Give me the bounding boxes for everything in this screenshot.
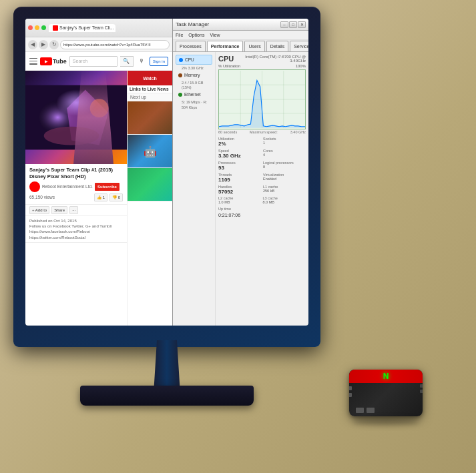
hamburger-menu-icon[interactable] (29, 58, 37, 65)
monitor-stand-base (80, 386, 254, 406)
sidebar-item-cpu[interactable]: CPU (176, 55, 212, 65)
taskmanager-content: CPU 2% 3.30 GHz Memory 2.4 / 15.9 GB (15… (173, 52, 308, 326)
channel-avatar (29, 181, 40, 192)
youtube-logo-icon (40, 57, 52, 65)
links-header: Links to Live News (128, 85, 172, 93)
maximize-window-icon[interactable] (41, 25, 46, 30)
menu-file[interactable]: File (176, 33, 183, 37)
video-info: Sanjay's Super Team Clip #1 (2015) Disne… (25, 164, 127, 205)
browser-tab[interactable]: Sanjay's Super Team Cli... (49, 24, 115, 32)
sidebar-item-ethernet[interactable]: Ethernet (176, 90, 212, 99)
video-title: Sanjay's Super Team Clip #1 (2015) Disne… (29, 167, 123, 180)
maximize-button[interactable]: □ (289, 21, 297, 28)
related-video-3[interactable] (128, 168, 172, 201)
stat-l1cache: L1 cache 256 kB (263, 185, 306, 195)
stat-threads: Threads 1109 (218, 173, 261, 183)
video-thumbnail (25, 71, 127, 164)
chrome-toolbar: ◀ ▶ ↻ https://www.youtube.com/watch?v=1p… (25, 37, 172, 52)
stat-handles: Handles 57092 (218, 185, 261, 195)
address-text: https://www.youtube.com/watch?v=1p4Rua75… (63, 43, 151, 47)
close-button[interactable]: ✕ (298, 21, 306, 28)
ethernet-indicator (178, 93, 182, 97)
share-button[interactable]: Share (51, 206, 67, 214)
related-video-2[interactable]: 🤖 (128, 135, 172, 168)
uptime-value: 0:21:07:06 (218, 213, 306, 217)
back-button[interactable]: ◀ (28, 40, 37, 49)
graph-time-labels: 60 seconds Maximum speed: 3.40 GHz (218, 130, 306, 134)
monitor-screen: Sanjay's Super Team Cli... ◀ ▶ ↻ https:/… (25, 19, 308, 326)
tab-favicon-icon (53, 25, 58, 31)
like-button[interactable]: 👍 1 (94, 193, 107, 201)
mini-device: N (349, 370, 423, 420)
chrome-titlebar: Sanjay's Super Team Cli... (25, 19, 172, 37)
related-thumb-1 (128, 101, 172, 135)
sidebar-header: Watch (128, 71, 172, 85)
stat-cores: Cores 4 (263, 149, 306, 159)
window-buttons: – □ ✕ (280, 21, 306, 28)
subscribe-button[interactable]: Subscribe (95, 183, 120, 191)
tab-details[interactable]: Details (266, 41, 288, 51)
device-ports-left (349, 386, 352, 397)
device-ports-right (420, 384, 423, 393)
tab-title: Sanjay's Super Team Cli... (59, 25, 114, 30)
stat-virtualization: Virtualization Enabled (263, 173, 306, 183)
related-thumb-2: 🤖 (128, 135, 172, 168)
memory-sidebar-detail: 2.4 / 15.9 GB (15%) (176, 81, 212, 90)
memory-indicator (178, 73, 182, 77)
tab-services[interactable]: Services (290, 41, 308, 51)
sidebar-cpu-label: CPU (185, 57, 194, 62)
stat-sockets: Sockets 1 (263, 137, 306, 147)
menu-options[interactable]: Options (188, 33, 204, 37)
monitor-bezel: Sanjay's Super Team Cli... ◀ ▶ ↻ https:/… (13, 7, 320, 347)
stat-processes: Processes 93 (218, 161, 261, 171)
more-button[interactable]: ··· (69, 206, 78, 214)
sidebar-ethernet-label: Ethernet (184, 92, 201, 97)
forward-button[interactable]: ▶ (39, 40, 48, 49)
channel-name: Reboot Entertainment Ltd. (42, 184, 93, 189)
device-shadow (352, 418, 419, 425)
sidebar-memory-label: Memory (184, 73, 200, 77)
youtube-content: Sanjay's Super Team Clip #1 (2015) Disne… (25, 71, 127, 326)
dislike-button[interactable]: 👎 0 (109, 193, 123, 201)
close-window-icon[interactable] (28, 25, 33, 30)
tab-processes[interactable]: Processes (176, 41, 206, 51)
sidebar-item-memory[interactable]: Memory (176, 71, 212, 79)
refresh-button[interactable]: ↻ (49, 40, 59, 49)
cpu-util-label: % Utilization 100% (218, 64, 306, 68)
monitor: Sanjay's Super Team Cli... ◀ ▶ ↻ https:/… (13, 7, 334, 434)
device-port-1 (349, 386, 352, 390)
youtube-main: Sanjay's Super Team Clip #1 (2015) Disne… (25, 71, 172, 326)
youtube-logo-text: Tube (53, 58, 67, 65)
action-bar: + Add to Share ··· (25, 205, 127, 216)
cpu-graph (218, 69, 306, 129)
minimize-button[interactable]: – (280, 21, 288, 28)
address-bar[interactable]: https://www.youtube.com/watch?v=1p4Rua75… (60, 40, 170, 49)
tab-users[interactable]: Users (244, 41, 264, 51)
add-to-button[interactable]: + Add to (29, 206, 49, 214)
cpu-header: CPU Intel(R) Core(TM) i7-6700 CPU @ 3.40… (218, 55, 306, 63)
taskmanager-title: Task Manager (176, 21, 209, 27)
video-description: Published on Oct 14, 2015 Follow us on F… (25, 216, 127, 244)
cpu-subtitle: Intel(R) Core(TM) i7-6700 CPU @ 3.40GHz (234, 55, 306, 63)
microphone-icon[interactable]: 🎙 (136, 56, 147, 67)
device-bottom-connectors (356, 408, 416, 413)
minimize-window-icon[interactable] (35, 25, 39, 30)
sign-in-button[interactable]: Sign in (150, 57, 168, 66)
search-icon[interactable]: 🔍 (120, 56, 134, 67)
device-usb-2 (367, 408, 375, 413)
device-hdmi-port-1 (420, 384, 423, 388)
video-player[interactable] (25, 71, 127, 164)
cpu-stats-grid: Utilization 2% Sockets 1 Speed 3.30 GHz (218, 137, 306, 195)
cpu-sidebar-detail: 2% 3.30 GHz (176, 66, 212, 71)
tab-performance[interactable]: Performance (207, 41, 244, 51)
search-input[interactable]: Search (69, 56, 117, 67)
window-controls[interactable] (28, 25, 46, 30)
cpu-main-area: CPU Intel(R) Core(TM) i7-6700 CPU @ 3.40… (216, 52, 308, 326)
channel-row: Reboot Entertainment Ltd. Subscribe (29, 181, 123, 192)
related-video-1[interactable] (128, 101, 172, 135)
cpu-graph-svg (219, 70, 305, 129)
views-row: 65,150 views 👍 1 👎 0 (29, 193, 123, 201)
related-thumb-3 (128, 168, 172, 201)
cache-stats: L2 cache 1.0 MB L3 cache 8.0 MB (218, 196, 306, 204)
menu-view[interactable]: View (210, 33, 220, 37)
